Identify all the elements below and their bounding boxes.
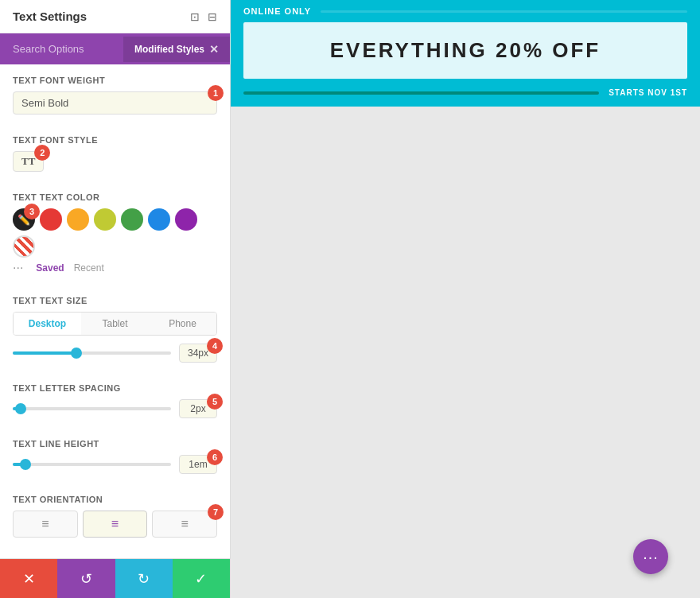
text-color-label: Text Text Color (13, 192, 217, 202)
online-only-text: ONLINE ONLY (243, 6, 311, 16)
orient-center[interactable]: ≡ (83, 511, 148, 538)
preview-banner: ONLINE ONLY EVERYTHING 20% OFF STARTS NO… (231, 0, 700, 107)
starts-line (243, 91, 599, 95)
badge-7: 7 (208, 504, 224, 520)
color-gradient-swatch[interactable] (13, 235, 35, 258)
color-swatch-blue[interactable] (148, 208, 170, 231)
modified-styles-label: Modified Styles (134, 44, 204, 55)
right-panel: ONLINE ONLY EVERYTHING 20% OFF STARTS NO… (231, 0, 700, 598)
color-swatch-lime[interactable] (94, 208, 116, 231)
modified-styles-badge[interactable]: Modified Styles ✕ (123, 37, 230, 62)
font-style-section: Text Font Style TT 2 (13, 135, 217, 172)
tab-tablet[interactable]: Tablet (81, 313, 149, 335)
columns-icon[interactable]: ⊟ (208, 10, 217, 23)
font-style-label: Text Font Style (13, 135, 217, 145)
orientation-label: Text Orientation (13, 495, 217, 504)
letter-spacing-slider-row: 2px 5 (13, 399, 217, 418)
badge-6: 6 (207, 449, 223, 465)
text-size-value[interactable]: 34px 4 (179, 344, 217, 363)
save-button[interactable]: ✓ (173, 559, 230, 598)
close-icon[interactable]: ✕ (209, 43, 219, 56)
left-panel: Text Settings ⊡ ⊟ Search Options Modifie… (0, 0, 231, 598)
line-height-slider-track[interactable] (13, 463, 171, 466)
online-only-line (321, 10, 687, 13)
panel-title: Text Settings (13, 10, 87, 23)
letter-spacing-thumb[interactable] (15, 403, 26, 414)
bottom-toolbar: ✕ ↺ ↻ ✓ (0, 558, 230, 598)
line-height-value[interactable]: 1em 6 (179, 455, 217, 474)
screen-icon[interactable]: ⊡ (190, 10, 200, 23)
starts-text: STARTS NOV 1ST (609, 88, 687, 97)
saved-label[interactable]: Saved (36, 262, 64, 274)
letter-spacing-slider-track[interactable] (13, 407, 171, 410)
panel-content: Text Font Weight Semi Bold Normal Bold L… (0, 64, 230, 558)
font-weight-wrapper: Semi Bold Normal Bold Light 1 (13, 91, 217, 115)
saved-recent-row: Saved Recent (36, 262, 103, 274)
undo-button[interactable]: ↺ (57, 559, 115, 598)
badge-4: 4 (207, 338, 223, 354)
search-options-label[interactable]: Search Options (0, 33, 123, 64)
color-swatch-yellow[interactable] (67, 208, 89, 231)
text-size-slider-track[interactable] (13, 351, 171, 355)
cancel-button[interactable]: ✕ (0, 559, 57, 598)
color-swatch-row: ✏️ 3 (13, 208, 217, 258)
banner-title: EVERYTHING 20% OFF (262, 38, 668, 63)
badge-2: 2 (34, 145, 50, 161)
text-size-slider-fill (13, 351, 76, 355)
panel-header: Text Settings ⊡ ⊟ (0, 0, 230, 33)
line-height-thumb[interactable] (20, 459, 31, 470)
orientation-section: Text Orientation ≡ ≡ ≡ 7 (13, 495, 217, 538)
text-size-section: Text Text Size Desktop Tablet Phone 34px… (13, 296, 217, 363)
orientation-buttons: ≡ ≡ ≡ 7 (13, 511, 217, 538)
badge-1: 1 (208, 85, 224, 101)
recent-label[interactable]: Recent (74, 262, 104, 274)
badge-5: 5 (207, 394, 223, 410)
text-color-section: Text Text Color ✏️ 3 ··· (13, 192, 217, 275)
online-only-bar: ONLINE ONLY (231, 0, 700, 22)
letter-spacing-section: Text Letter Spacing 2px 5 (13, 383, 217, 418)
starts-bar: STARTS NOV 1ST (231, 85, 700, 107)
panel-header-icons: ⊡ ⊟ (190, 10, 217, 23)
color-swatch-green[interactable] (121, 208, 143, 231)
text-size-slider-thumb[interactable] (71, 348, 82, 359)
letter-spacing-label: Text Letter Spacing (13, 383, 217, 393)
line-height-slider-row: 1em 6 (13, 455, 217, 474)
color-swatch-red[interactable] (40, 208, 62, 231)
font-weight-select[interactable]: Semi Bold Normal Bold Light (13, 91, 217, 115)
tab-phone[interactable]: Phone (149, 313, 216, 335)
tab-desktop[interactable]: Desktop (14, 313, 81, 335)
redo-button[interactable]: ↻ (115, 559, 173, 598)
more-colors-icon[interactable]: ··· (13, 261, 23, 275)
text-size-label: Text Text Size (13, 296, 217, 305)
fab-button[interactable]: ··· (633, 539, 668, 574)
orient-left[interactable]: ≡ (13, 511, 78, 538)
letter-spacing-value[interactable]: 2px 5 (179, 399, 217, 418)
line-height-label: Text Line Height (13, 439, 217, 448)
font-weight-section: Text Font Weight Semi Bold Normal Bold L… (13, 76, 217, 115)
line-height-section: Text Line Height 1em 6 (13, 439, 217, 474)
banner-main: EVERYTHING 20% OFF (243, 22, 687, 79)
text-size-slider-row: 34px 4 (13, 344, 217, 363)
device-tabs: Desktop Tablet Phone (13, 312, 217, 336)
color-swatch-purple[interactable] (175, 208, 197, 231)
badge-3: 3 (24, 204, 40, 219)
font-weight-label: Text Font Weight (13, 76, 217, 85)
color-picker-button[interactable]: ✏️ 3 (13, 208, 35, 231)
search-bar: Search Options Modified Styles ✕ (0, 33, 230, 64)
